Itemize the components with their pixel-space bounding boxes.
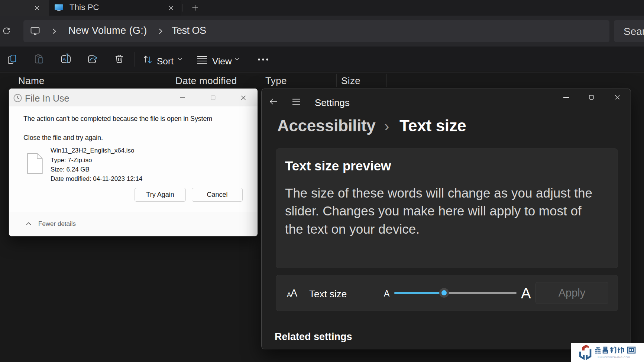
svg-text:A: A <box>63 57 66 62</box>
